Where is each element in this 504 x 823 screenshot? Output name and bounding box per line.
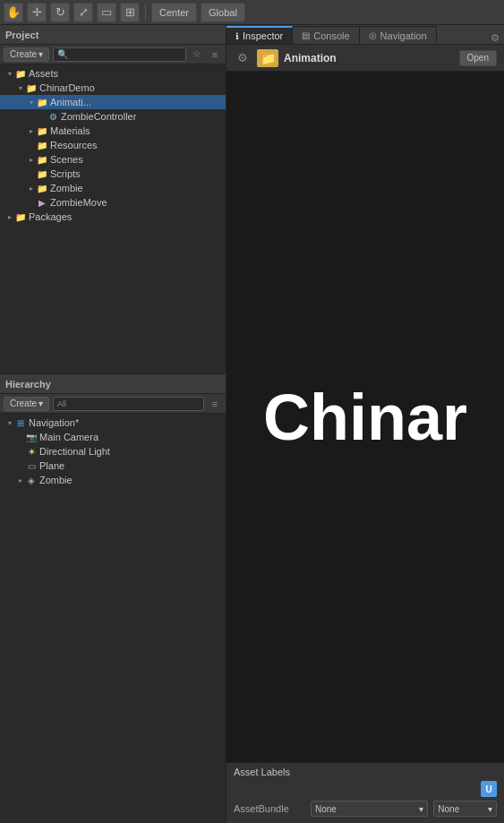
packages-label: Packages [29, 211, 72, 222]
assets-root-item[interactable]: ▾ 📁 Assets [0, 66, 226, 81]
transform-tool-icon[interactable]: ⊞ [120, 3, 140, 22]
inspector-settings-icon[interactable]: ⚙ [234, 49, 252, 67]
resources-item[interactable]: ▸ 📁 Resources [0, 138, 226, 152]
tab-console[interactable]: ▤ Console [293, 26, 359, 44]
tabs-settings-icon[interactable]: ⚙ [486, 32, 504, 44]
animation-folder-item[interactable]: ▾ 📁 Animati... [0, 95, 226, 109]
plane-item[interactable]: ▸ ▭ Plane [0, 459, 226, 473]
zombie-icon: ◈ [25, 474, 38, 486]
navigation-tab-icon: ◎ [369, 30, 377, 40]
animation-folder-large-icon: 📁 [257, 49, 278, 67]
project-toolbar: Create ▾ 🔍 ☆ ≡ [0, 45, 226, 64]
hand-tool-icon[interactable]: ✋ [4, 3, 23, 22]
tabs-bar: ℹ Inspector ▤ Console ◎ Navigation ⚙ [226, 25, 504, 45]
move-tool-icon[interactable]: ✛ [27, 3, 47, 22]
scene-icon: ⊞ [14, 416, 27, 429]
game-view-text: Chinar [263, 381, 467, 454]
main-toolbar: ✋ ✛ ↻ ⤢ ▭ ⊞ Center Global [0, 0, 504, 25]
console-tab-icon: ▤ [302, 30, 310, 40]
chinar-demo-item[interactable]: ▾ 📁 ChinarDemo [0, 81, 226, 95]
rect-tool-icon[interactable]: ▭ [97, 3, 116, 22]
packages-item[interactable]: ▸ 📁 Packages [0, 210, 226, 224]
zombie-folder-item[interactable]: ▸ 📁 Zombie [0, 181, 226, 195]
zombie-move-item[interactable]: ▸ ▶ ZombieMove [0, 195, 226, 210]
resources-folder-icon: 📁 [36, 139, 48, 151]
scenes-folder-icon: 📁 [36, 153, 48, 166]
hierarchy-tree: ▾ ⊞ Navigation* ▸ 📷 Main Camera ▸ ☀ Dire… [0, 414, 226, 823]
hierarchy-title: Hierarchy [5, 379, 51, 390]
zombie-move-icon: ▶ [36, 196, 48, 209]
camera-icon: 📷 [25, 431, 38, 443]
inspector-tab-label: Inspector [243, 30, 283, 41]
zombie-controller-icon: ⚙ [47, 110, 59, 123]
assets-arrow: ▾ [5, 70, 14, 78]
assetbundle-select-1[interactable]: None ▾ [311, 801, 428, 817]
navigation-scene-item[interactable]: ▾ ⊞ Navigation* [0, 416, 226, 430]
asset-labels-title: Asset Labels [234, 767, 497, 777]
main-camera-item[interactable]: ▸ 📷 Main Camera [0, 430, 226, 444]
scripts-item[interactable]: ▸ 📁 Scripts [0, 167, 226, 181]
assetbundle-select-2[interactable]: None ▾ [433, 801, 497, 817]
animation-label: Animati... [50, 97, 91, 107]
scripts-folder-icon: 📁 [36, 167, 48, 180]
project-title: Project [5, 30, 38, 40]
zombie-hierarchy-item[interactable]: ▸ ◈ Zombie [0, 473, 226, 487]
assets-label: Assets [29, 68, 58, 79]
hierarchy-create-button[interactable]: Create ▾ [4, 397, 49, 411]
hierarchy-filter-icon[interactable]: ≡ [208, 397, 222, 411]
rotate-tool-icon[interactable]: ↻ [50, 3, 70, 22]
chinar-demo-folder-icon: 📁 [25, 81, 38, 94]
project-section: Project Create ▾ 🔍 ☆ ≡ ▾ 📁 Assets [0, 25, 226, 374]
zombie-folder-icon: 📁 [36, 182, 48, 194]
main-camera-label: Main Camera [39, 432, 98, 442]
project-search-input[interactable]: 🔍 [53, 47, 186, 62]
project-create-button[interactable]: Create ▾ [4, 47, 49, 62]
directional-light-label: Directional Light [39, 446, 110, 457]
light-icon: ☀ [25, 445, 38, 458]
hierarchy-search-input[interactable]: All [53, 397, 204, 411]
asset-labels-section: Asset Labels U AssetBundle None ▾ None ▾ [226, 762, 504, 823]
inspector-header: ⚙ 📁 Animation Open [226, 45, 504, 72]
zombie-hierarchy-label: Zombie [39, 475, 73, 485]
project-tree: ▾ 📁 Assets ▾ 📁 ChinarDemo ▾ 📁 Animati... [0, 64, 226, 373]
scenes-item[interactable]: ▸ 📁 Scenes [0, 152, 226, 167]
tab-inspector[interactable]: ℹ Inspector [226, 26, 293, 44]
hierarchy-panel-header: Hierarchy [0, 374, 226, 394]
game-view: Chinar [226, 72, 504, 762]
hierarchy-toolbar: Create ▾ All ≡ [0, 394, 226, 414]
global-label: Global [209, 7, 237, 18]
materials-item[interactable]: ▸ 📁 Materials [0, 124, 226, 138]
navigation-tab-label: Navigation [380, 30, 427, 41]
zombie-folder-label: Zombie [50, 183, 83, 193]
main-layout: Project Create ▾ 🔍 ☆ ≡ ▾ 📁 Assets [0, 25, 504, 823]
center-button[interactable]: Center [151, 3, 197, 22]
zombie-controller-item[interactable]: ▸ ⚙ ZombieController [0, 109, 226, 124]
plane-icon: ▭ [25, 459, 38, 472]
asset-bundle-row: AssetBundle None ▾ None ▾ [234, 801, 497, 817]
inspector-content: ⚙ 📁 Animation Open Chinar Asset Labels U… [226, 45, 504, 823]
global-button[interactable]: Global [201, 3, 245, 22]
packages-folder-icon: 📁 [14, 210, 27, 223]
animation-folder-icon: 📁 [36, 96, 48, 108]
tab-navigation[interactable]: ◎ Navigation [360, 26, 437, 44]
scenes-label: Scenes [50, 154, 83, 165]
hierarchy-section: Hierarchy Create ▾ All ≡ ▾ ⊞ Navigation* [0, 374, 226, 823]
scene-name: Navigation* [29, 417, 79, 428]
resources-label: Resources [50, 140, 98, 150]
right-panel: ℹ Inspector ▤ Console ◎ Navigation ⚙ ⚙ 📁… [226, 25, 504, 823]
project-favorites-icon[interactable]: ☆ [190, 47, 204, 62]
project-panel-header: Project [0, 25, 226, 45]
scale-tool-icon[interactable]: ⤢ [73, 3, 93, 22]
toolbar-separator-1 [145, 4, 146, 21]
project-filter-icon[interactable]: ≡ [208, 47, 222, 62]
console-tab-label: Console [313, 30, 349, 41]
unity-logo-icon: U [481, 781, 497, 797]
zombie-move-label: ZombieMove [50, 197, 107, 208]
directional-light-item[interactable]: ▸ ☀ Directional Light [0, 444, 226, 459]
inspector-tab-icon: ℹ [235, 31, 239, 41]
assetbundle-label: AssetBundle [234, 803, 305, 814]
animation-folder-title: Animation [284, 52, 337, 64]
chinar-demo-label: ChinarDemo [39, 82, 95, 93]
all-label: All [57, 399, 66, 408]
open-button[interactable]: Open [459, 50, 497, 66]
